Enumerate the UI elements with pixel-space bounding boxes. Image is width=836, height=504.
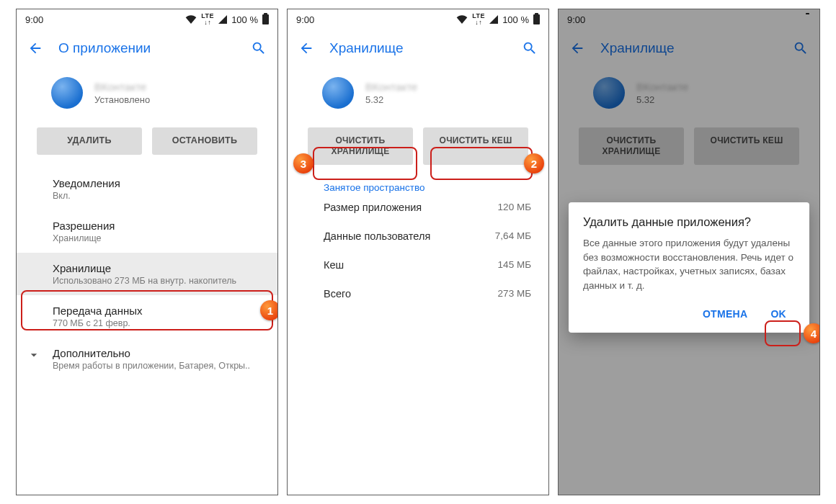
network-label: LTE↓↑ — [743, 13, 756, 26]
app-name: ВКонтакте — [636, 81, 688, 93]
wifi-icon — [456, 15, 468, 24]
app-name: ВКонтакте — [94, 81, 150, 93]
battery-icon — [262, 14, 269, 24]
row-sub: Хранилище — [53, 233, 263, 243]
network-label: LTE↓↑ — [201, 13, 214, 26]
screen-dialog: 9:00 LTE↓↑ 100 % Хранилище ВКонтакте 5.3… — [558, 9, 820, 495]
row-label: Хранилище — [53, 262, 263, 274]
app-subtitle: 5.32 — [365, 94, 417, 105]
app-avatar — [51, 77, 83, 109]
clear-cache-button[interactable]: ОЧИСТИТЬ КЕШ — [694, 127, 799, 165]
row-sub: Вкл. — [53, 191, 263, 201]
signal-icon — [489, 15, 498, 24]
row-user-data: Данные пользователя7,64 МБ — [288, 222, 548, 251]
app-header: ВКонтакте 5.32 — [559, 67, 819, 122]
app-bar: О приложении — [17, 30, 277, 67]
row-label: Уведомления — [53, 177, 263, 189]
app-header: ВКонтакте Установлено — [17, 67, 277, 122]
status-bar: 9:00 LTE↓↑ 100 % — [559, 9, 819, 30]
page-title: Хранилище — [600, 40, 778, 56]
row-app-size: Размер приложения120 МБ — [288, 193, 548, 222]
battery-label: 100 % — [773, 14, 800, 25]
callout-1: 1 — [260, 300, 278, 320]
search-icon[interactable] — [249, 38, 269, 58]
callout-2: 2 — [524, 153, 544, 174]
screen-app-info: 9:00 LTE↓↑ 100 % О приложении ВКонтакте … — [16, 9, 278, 495]
row-total: Всего273 МБ — [288, 279, 548, 308]
screen-storage: 9:00 LTE↓↑ 100 % Хранилище ВКонтакте 5.3… — [287, 9, 549, 495]
status-time: 9:00 — [567, 14, 585, 25]
dialog-ok-button[interactable]: OK — [762, 302, 795, 325]
row-storage[interactable]: Хранилище Использовано 273 МБ на внутр. … — [17, 253, 277, 295]
back-icon[interactable] — [567, 38, 587, 58]
back-icon[interactable] — [25, 38, 45, 58]
dialog-cancel-button[interactable]: ОТМЕНА — [694, 302, 756, 325]
row-label: Дополнительно — [53, 347, 263, 359]
app-avatar — [322, 77, 354, 109]
wifi-icon — [185, 15, 197, 24]
page-title: О приложении — [58, 40, 236, 56]
status-bar: 9:00 LTE↓↑ 100 % — [17, 9, 277, 30]
confirm-dialog: Удалить данные приложения? Все данные эт… — [569, 202, 809, 333]
clear-storage-button[interactable]: ОЧИСТИТЬ ХРАНИЛИЩЕ — [308, 127, 413, 165]
app-avatar — [593, 77, 625, 109]
row-notifications[interactable]: Уведомления Вкл. — [17, 168, 277, 210]
battery-icon — [804, 14, 811, 24]
app-subtitle: Установлено — [94, 94, 150, 105]
battery-icon — [533, 14, 540, 24]
signal-icon — [218, 15, 227, 24]
uninstall-button[interactable]: УДАЛИТЬ — [37, 127, 142, 155]
dialog-body: Все данные этого приложения будут удален… — [583, 236, 795, 292]
status-bar: 9:00 LTE↓↑ 100 % — [288, 9, 548, 30]
app-bar: Хранилище — [288, 30, 548, 67]
signal-icon — [760, 15, 769, 24]
row-label: Передача данных — [53, 305, 263, 317]
row-label: Разрешения — [53, 220, 263, 232]
status-time: 9:00 — [25, 14, 43, 25]
callout-4: 4 — [804, 323, 820, 343]
section-label: Занятое пространство — [288, 178, 548, 193]
dialog-title: Удалить данные приложения? — [583, 215, 795, 229]
clear-cache-button[interactable]: ОЧИСТИТЬ КЕШ — [423, 127, 528, 165]
force-stop-button[interactable]: ОСТАНОВИТЬ — [152, 127, 257, 155]
app-header: ВКонтакте 5.32 — [288, 67, 548, 122]
row-sub: 770 МБ с 21 февр. — [53, 318, 263, 328]
row-sub: Использовано 273 МБ на внутр. накопитель — [53, 276, 263, 286]
battery-label: 100 % — [502, 14, 529, 25]
callout-3: 3 — [293, 153, 314, 174]
page-title: Хранилище — [329, 40, 507, 56]
battery-label: 100 % — [231, 14, 258, 25]
app-subtitle: 5.32 — [636, 94, 688, 105]
row-advanced[interactable]: Дополнительно Время работы в приложении,… — [17, 338, 277, 380]
row-cache: Кеш145 МБ — [288, 251, 548, 279]
chevron-down-icon — [27, 348, 41, 365]
wifi-icon — [727, 15, 739, 24]
app-name: ВКонтакте — [365, 81, 417, 93]
clear-storage-button[interactable]: ОЧИСТИТЬ ХРАНИЛИЩЕ — [579, 127, 684, 165]
row-permissions[interactable]: Разрешения Хранилище — [17, 210, 277, 253]
network-label: LTE↓↑ — [472, 13, 485, 26]
back-icon[interactable] — [296, 38, 316, 58]
status-time: 9:00 — [296, 14, 314, 25]
search-icon[interactable] — [520, 38, 540, 58]
search-icon[interactable] — [791, 38, 811, 58]
app-bar: Хранилище — [559, 30, 819, 67]
row-sub: Время работы в приложении, Батарея, Откр… — [53, 361, 263, 371]
row-data-usage[interactable]: Передача данных 770 МБ с 21 февр. — [17, 295, 277, 338]
